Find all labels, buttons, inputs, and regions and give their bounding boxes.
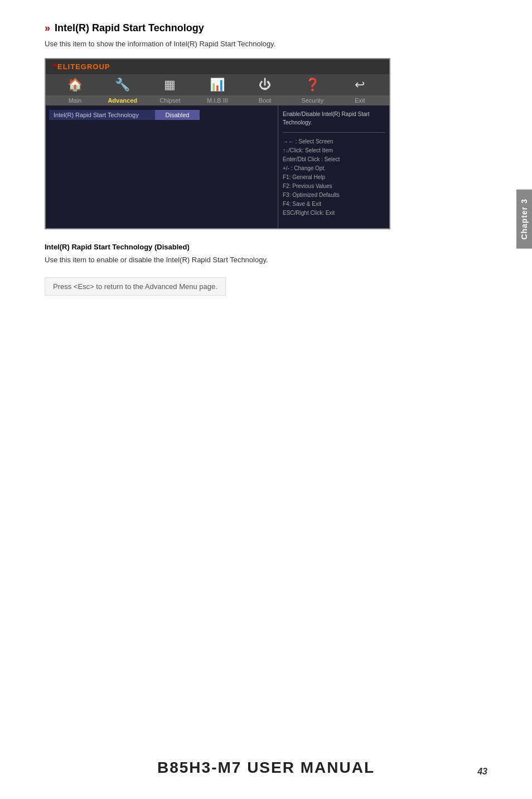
bios-nav-icons: 🏠 🔧 ▦ 📊 ⏻ ❓ ↩ xyxy=(46,74,389,95)
ecs-brand-text: ELITEGROUP xyxy=(57,62,110,71)
subsection-description: Use this item to enable or disable the I… xyxy=(45,254,487,266)
divider xyxy=(283,132,385,133)
key-shortcut-item: F2: Previous Values xyxy=(283,182,385,191)
chapter-tab: Chapter 3 xyxy=(516,190,532,249)
subsection-heading: Intel(R) Rapid Start Technology (Disable… xyxy=(45,243,487,251)
nav-label-security[interactable]: Security xyxy=(296,97,329,104)
manual-title: B85H3-M7 USER MANUAL xyxy=(0,759,532,777)
page-number: 43 xyxy=(477,767,487,777)
bios-screenshot: ❝ ELITEGROUP 🏠 🔧 ▦ 📊 ⏻ ❓ xyxy=(45,58,390,229)
nav-label-advanced[interactable]: Advanced xyxy=(106,97,139,104)
nav-icon-exit[interactable]: ↩ xyxy=(343,78,376,92)
bios-header: ❝ ELITEGROUP xyxy=(46,59,389,74)
section-intro: Use this item to show the information of… xyxy=(45,40,487,48)
exit-icon: ↩ xyxy=(355,78,365,92)
security-icon: ❓ xyxy=(305,78,320,92)
section-title: » Intel(R) Rapid Start Technology xyxy=(45,22,487,34)
footer: B85H3-M7 USER MANUAL xyxy=(0,759,532,777)
nav-icon-boot[interactable]: ⏻ xyxy=(248,78,282,92)
ecs-squiggle-icon: ❝ xyxy=(51,61,56,72)
bios-nav-labels: Main Advanced Chipset M.I.B III Boot Sec… xyxy=(46,95,389,105)
chevron-icon: » xyxy=(45,22,50,34)
key-shortcut-item: →← : Select Screen xyxy=(283,137,385,146)
key-shortcut-item: ↑↓/Click: Select Item xyxy=(283,146,385,155)
setting-value: Disabled xyxy=(155,110,200,120)
key-shortcut-item: Enter/Dbl Click : Select xyxy=(283,155,385,164)
nav-icon-main[interactable]: 🏠 xyxy=(59,78,92,92)
bios-help-description: Enable/Disable Intel(R) Rapid Start Tech… xyxy=(283,110,385,127)
section-title-text: Intel(R) Rapid Start Technology xyxy=(55,22,204,34)
table-row[interactable]: Intel(R) Rapid Start Technology Disabled xyxy=(49,110,274,120)
power-icon: ⏻ xyxy=(259,78,271,92)
nav-icon-chipset[interactable]: ▦ xyxy=(153,78,187,92)
nav-label-main[interactable]: Main xyxy=(59,97,92,104)
bios-key-shortcuts: →← : Select Screen↑↓/Click: Select ItemE… xyxy=(283,137,385,218)
bios-help-panel: Enable/Disable Intel(R) Rapid Start Tech… xyxy=(278,105,389,228)
key-shortcut-item: ESC/Right Click: Exit xyxy=(283,209,385,218)
nav-icon-mib[interactable]: 📊 xyxy=(201,78,234,92)
chip-icon: ▦ xyxy=(164,78,176,92)
nav-label-exit[interactable]: Exit xyxy=(343,97,376,104)
ecs-logo: ❝ ELITEGROUP xyxy=(51,61,110,72)
home-icon: 🏠 xyxy=(67,78,83,92)
nav-label-mib[interactable]: M.I.B III xyxy=(201,97,234,104)
key-shortcut-item: F3: Optimized Defaults xyxy=(283,191,385,200)
nav-icon-security[interactable]: ❓ xyxy=(296,78,329,92)
nav-label-chipset[interactable]: Chipset xyxy=(153,97,187,104)
chart-icon: 📊 xyxy=(210,78,225,92)
nav-icon-advanced[interactable]: 🔧 xyxy=(106,78,139,92)
key-shortcut-item: F1: General Help xyxy=(283,173,385,182)
key-shortcut-item: +/- : Change Opt. xyxy=(283,164,385,173)
wrench-icon: 🔧 xyxy=(115,78,130,92)
bios-main-content: Intel(R) Rapid Start Technology Disabled… xyxy=(46,105,389,228)
key-shortcut-item: F4: Save & Exit xyxy=(283,200,385,209)
esc-note: Press <Esc> to return to the Advanced Me… xyxy=(45,277,226,296)
setting-name: Intel(R) Rapid Start Technology xyxy=(49,110,155,120)
bios-settings-panel: Intel(R) Rapid Start Technology Disabled xyxy=(46,105,278,228)
nav-label-boot[interactable]: Boot xyxy=(248,97,282,104)
